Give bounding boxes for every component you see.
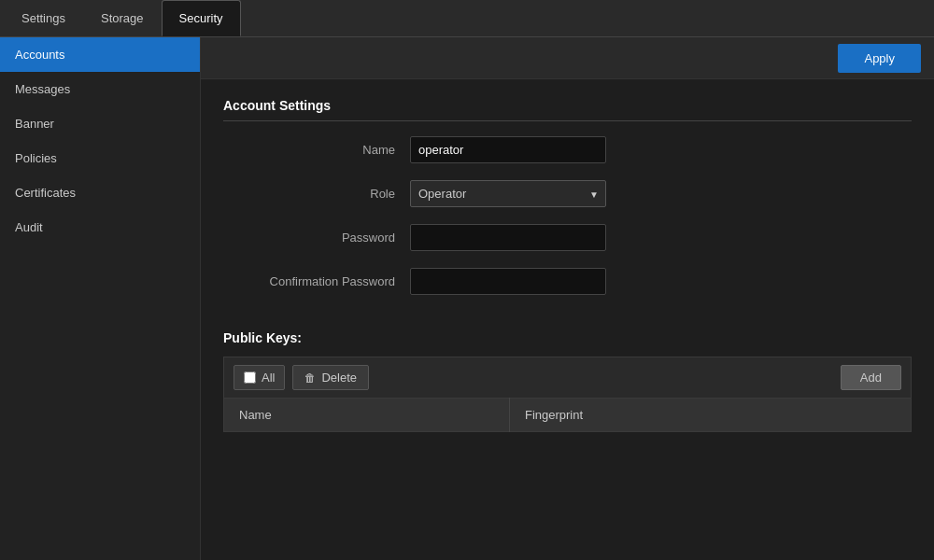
trash-icon: 🗑	[304, 371, 316, 385]
content-header: Apply	[201, 37, 934, 79]
sidebar-item-accounts[interactable]: Accounts	[0, 37, 200, 72]
sidebar-item-policies[interactable]: Policies	[0, 141, 200, 175]
sidebar-item-audit[interactable]: Audit	[0, 210, 200, 245]
name-row: Name	[223, 136, 912, 163]
select-all-label[interactable]: All	[234, 365, 285, 390]
content-area: Apply Account Settings Name Role Operato…	[201, 37, 934, 560]
main-layout: Accounts Messages Banner Policies Certif…	[0, 37, 934, 560]
top-tab-bar: Settings Storage Security	[0, 0, 934, 37]
password-input[interactable]	[410, 224, 606, 251]
sidebar-item-certificates[interactable]: Certificates	[0, 175, 200, 210]
delete-button[interactable]: 🗑 Delete	[292, 365, 369, 390]
add-button[interactable]: Add	[841, 365, 901, 390]
table-header-name: Name	[224, 399, 510, 432]
public-keys-table: Name Fingerprint	[223, 398, 912, 432]
table-header-fingerprint: Fingerprint	[509, 399, 911, 432]
sidebar-item-messages[interactable]: Messages	[0, 72, 200, 106]
password-row: Password	[223, 224, 912, 251]
sidebar-item-banner[interactable]: Banner	[0, 106, 200, 141]
all-label: All	[262, 371, 275, 385]
tab-security[interactable]: Security	[162, 0, 241, 36]
account-settings-title: Account Settings	[223, 98, 912, 121]
role-select[interactable]: Operator Administrator Read-Only	[410, 180, 606, 207]
confirm-password-label: Confirmation Password	[223, 274, 410, 288]
sidebar: Accounts Messages Banner Policies Certif…	[0, 37, 201, 560]
public-keys-section: Public Keys: All 🗑 Delete Add Name	[201, 330, 934, 451]
account-settings-section: Account Settings Name Role Operator Admi…	[201, 79, 934, 330]
role-row: Role Operator Administrator Read-Only ▼	[223, 180, 912, 207]
apply-button[interactable]: Apply	[838, 44, 921, 73]
tab-storage[interactable]: Storage	[83, 0, 162, 36]
role-label: Role	[223, 187, 410, 201]
public-keys-title: Public Keys:	[223, 330, 912, 345]
confirm-password-row: Confirmation Password	[223, 268, 912, 295]
role-select-wrapper: Operator Administrator Read-Only ▼	[410, 180, 606, 207]
confirm-password-input[interactable]	[410, 268, 606, 295]
password-label: Password	[223, 231, 410, 245]
name-input[interactable]	[410, 136, 606, 163]
name-label: Name	[223, 143, 410, 157]
keys-toolbar: All 🗑 Delete Add	[223, 357, 912, 398]
tab-settings[interactable]: Settings	[4, 0, 83, 36]
table-header-row: Name Fingerprint	[224, 399, 912, 432]
select-all-checkbox[interactable]	[244, 371, 256, 384]
